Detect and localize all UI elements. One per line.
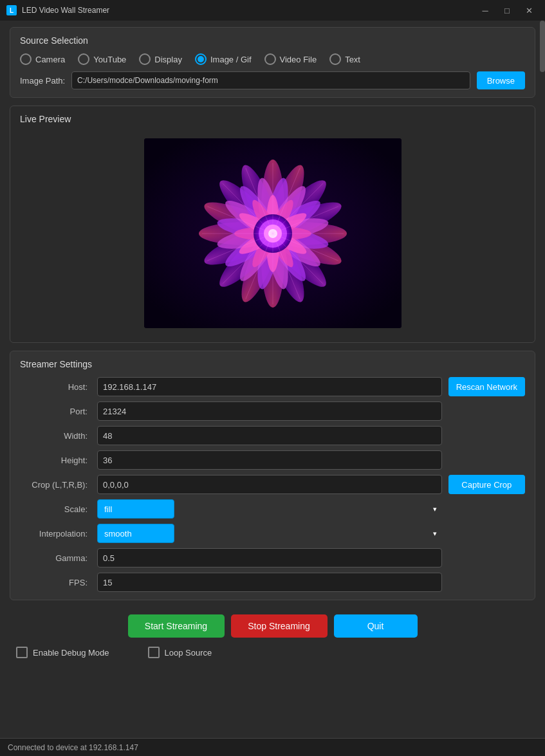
radio-image-gif[interactable]: Image / Gif [195,53,252,65]
radio-camera-label: Camera [35,55,65,64]
app-title: LED Video Wall Streamer [22,6,476,15]
port-input[interactable] [97,401,442,421]
image-path-row: Image Path: Browse [20,71,525,89]
minimize-button[interactable]: ─ [476,3,495,18]
maximize-button[interactable]: □ [497,3,517,18]
preview-container [20,132,525,335]
radio-video-file-label: Video File [280,55,317,64]
radio-text-outer [329,53,341,65]
stop-streaming-button[interactable]: Stop Streaming [231,614,328,638]
source-selection-title: Source Selection [20,35,525,46]
radio-image-gif-outer [195,53,207,65]
scale-select[interactable]: fill fit stretch [97,499,174,519]
close-button[interactable]: ✕ [519,3,539,18]
rescan-button[interactable]: Rescan Network [448,377,525,396]
image-path-input[interactable] [71,71,470,89]
radio-text-label: Text [345,55,360,64]
loop-source-label: Loop Source [165,648,212,658]
radio-youtube-outer [78,53,89,65]
loop-source-checkbox[interactable]: Loop Source [148,647,212,658]
source-radio-group: Camera YouTube Display Image / Gif [20,53,525,65]
crop-input[interactable] [97,475,442,494]
radio-youtube[interactable]: YouTube [78,53,126,65]
scale-select-wrapper: fill fit stretch ▾ [97,499,442,519]
browse-button[interactable]: Browse [477,71,525,89]
radio-image-gif-label: Image / Gif [210,55,252,64]
radio-camera-outer [20,53,32,65]
interpolation-label: Interpolation: [20,529,91,539]
radio-video-file-outer [264,53,276,65]
scrollbar-thumb[interactable] [540,21,545,72]
fps-label: FPS: [20,578,91,587]
quit-button[interactable]: Quit [334,614,418,638]
window-controls: ─ □ ✕ [476,3,539,18]
checkbox-row: Enable Debug Mode Loop Source [10,643,535,662]
flower-svg [144,138,402,328]
radio-display[interactable]: Display [139,53,182,65]
interpolation-select[interactable]: smooth nearest bilinear bicubic [97,524,174,543]
debug-mode-label: Enable Debug Mode [33,648,109,658]
crop-label: Crop (L,T,R,B): [20,480,91,490]
status-bar: Connected to device at 192.168.1.147 [0,738,545,756]
capture-crop-button[interactable]: Capture Crop [448,475,525,494]
live-preview-section: Live Preview [10,106,535,343]
radio-youtube-label: YouTube [93,55,126,64]
radio-display-outer [139,53,151,65]
start-streaming-button[interactable]: Start Streaming [128,614,225,638]
live-preview-title: Live Preview [20,114,525,124]
radio-video-file[interactable]: Video File [264,53,317,65]
height-input[interactable] [97,450,442,470]
status-text: Connected to device at 192.168.1.147 [8,743,138,752]
scale-label: Scale: [20,504,91,514]
streamer-settings-title: Streamer Settings [20,359,525,369]
gamma-input[interactable] [97,548,442,567]
host-label: Host: [20,382,91,392]
source-selection-section: Source Selection Camera YouTube Display [10,27,535,98]
scrollbar-track[interactable] [540,21,545,738]
port-label: Port: [20,407,91,416]
radio-image-gif-inner [198,56,204,62]
radio-camera[interactable]: Camera [20,53,65,65]
host-input[interactable] [97,377,442,396]
height-label: Height: [20,456,91,465]
radio-display-label: Display [154,55,182,64]
action-buttons: Start Streaming Stop Streaming Quit [10,608,535,643]
debug-mode-box [16,647,28,658]
app-icon: L [6,5,17,15]
title-bar: L LED Video Wall Streamer ─ □ ✕ [0,0,545,21]
preview-image [144,138,402,328]
scale-chevron-icon: ▾ [433,505,437,513]
loop-source-box [148,647,160,658]
main-content: Source Selection Camera YouTube Display [0,21,545,738]
image-path-label: Image Path: [20,76,65,86]
interpolation-chevron-icon: ▾ [433,530,437,538]
width-label: Width: [20,431,91,441]
width-input[interactable] [97,426,442,445]
fps-input[interactable] [97,573,442,592]
streamer-settings-section: Streamer Settings Host: Rescan Network P… [10,351,535,600]
settings-grid: Host: Rescan Network Port: Width: Height… [20,377,525,592]
debug-mode-checkbox[interactable]: Enable Debug Mode [16,647,109,658]
interpolation-select-wrapper: smooth nearest bilinear bicubic ▾ [97,524,442,543]
gamma-label: Gamma: [20,553,91,563]
radio-text[interactable]: Text [329,53,360,65]
